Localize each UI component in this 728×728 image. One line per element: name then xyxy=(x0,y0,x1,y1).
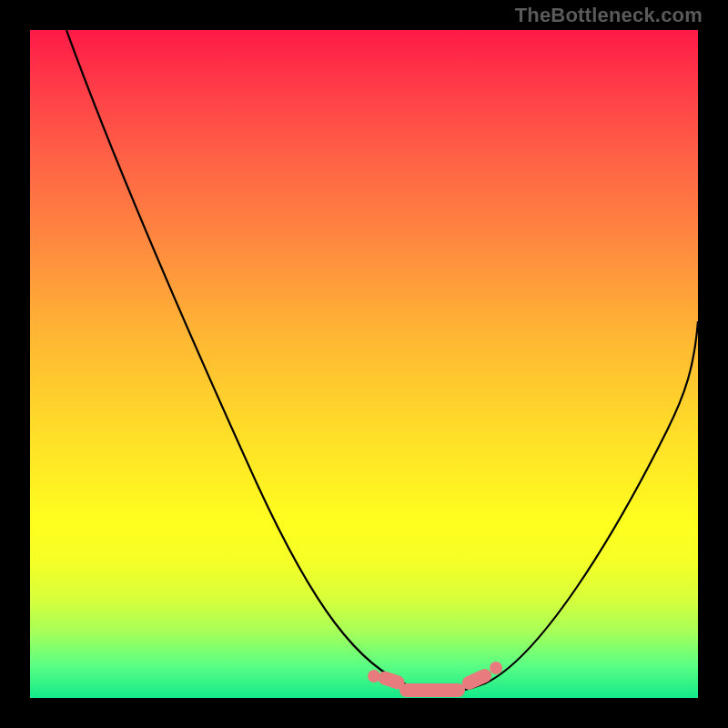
pink-marker xyxy=(399,683,465,697)
bottleneck-curve xyxy=(30,30,698,698)
plot-area xyxy=(30,30,698,698)
pink-marker xyxy=(490,662,502,674)
watermark-text: TheBottleneck.com xyxy=(515,4,703,27)
chart-frame xyxy=(25,25,703,703)
